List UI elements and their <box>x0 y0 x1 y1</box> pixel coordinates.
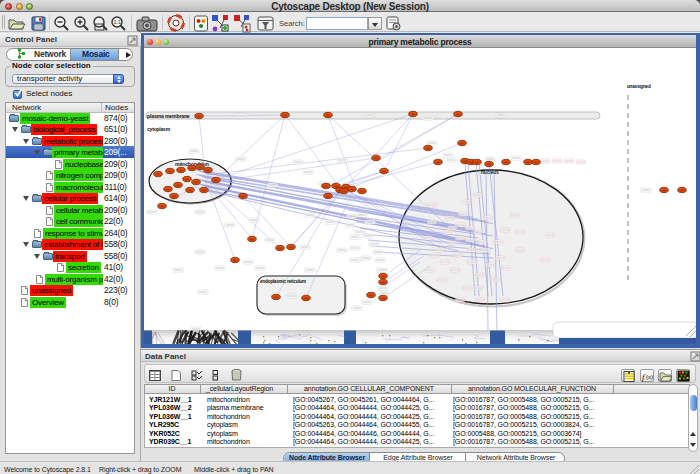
svg-text:plasma membrane: plasma membrane <box>147 113 190 119</box>
svg-text:unassigned: unassigned <box>627 84 651 89</box>
svg-text:(x): (x) <box>646 374 653 380</box>
svg-text:1:1: 1:1 <box>113 19 121 25</box>
svg-text:cytoplasm: cytoplasm <box>147 126 171 132</box>
svg-text:endoplasmic reticulum: endoplasmic reticulum <box>260 279 306 284</box>
